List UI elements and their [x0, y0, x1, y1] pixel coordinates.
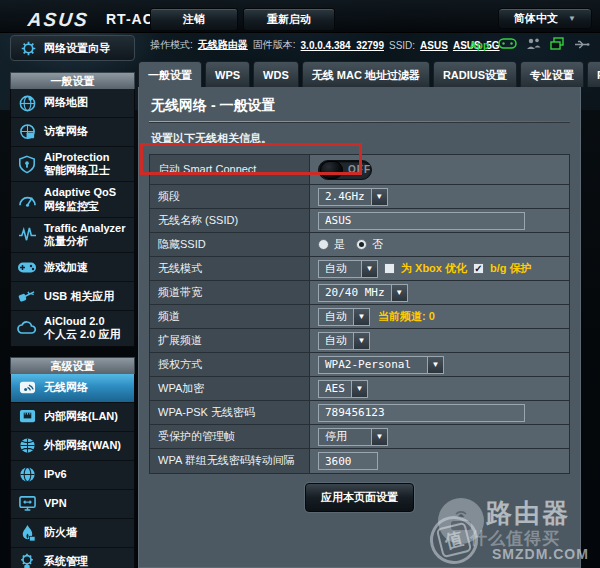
chevron-down-icon: ▼	[353, 309, 369, 325]
row-band: 频段 2.4GHz▼	[150, 185, 569, 209]
op-mode-link[interactable]: 无线路由器	[198, 38, 248, 52]
bg-protection-checkbox[interactable]	[473, 263, 484, 274]
pmf-select[interactable]: 停用▼	[318, 428, 388, 446]
app-link[interactable]: App	[470, 40, 489, 51]
apply-button[interactable]: 应用本页面设置	[305, 483, 414, 512]
gamepad-icon[interactable]	[498, 36, 517, 54]
chevron-down-icon: ▼	[391, 285, 407, 301]
sidebar-item-guest-network[interactable]: 访客网络	[11, 118, 134, 147]
gear-wrench-icon	[18, 38, 38, 58]
sidebar-item-label: 访客网络	[44, 125, 88, 137]
sidebar-item-aiprotection[interactable]: AiProtection智能网络卫士	[11, 147, 134, 182]
page-subtitle: 设置以下无线相关信息。	[139, 122, 580, 154]
gear-icon	[17, 552, 37, 568]
tab-roaming-block-list[interactable]: Roaming Block List	[587, 61, 600, 87]
lan-port-icon	[17, 407, 37, 427]
reboot-button[interactable]: 重新启动	[243, 8, 335, 31]
chevron-down-icon: ▼	[427, 357, 443, 373]
pmf-value: 停用	[319, 429, 371, 445]
sidebar-item-sublabel: 流量分析	[44, 235, 126, 248]
sidebar-item-wan[interactable]: 外部网络(WAN)	[11, 432, 134, 461]
smart-connect-toggle[interactable]: OFF	[318, 160, 372, 180]
firmware-link[interactable]: 3.0.0.4.384_32799	[301, 40, 384, 51]
tab-radius[interactable]: RADIUS设置	[433, 61, 517, 87]
sidebar-item-vpn[interactable]: VPN	[11, 490, 134, 519]
page-title: 无线网络 - 一般设置	[139, 87, 580, 121]
sidebar-item-label: 系统管理	[44, 555, 88, 567]
tab-professional[interactable]: 专业设置	[520, 61, 584, 87]
wpa-key-input[interactable]	[318, 404, 525, 422]
tab-general-settings[interactable]: 一般设置	[138, 61, 202, 87]
wifi-icon	[17, 378, 37, 398]
toggle-state-label: OFF	[348, 164, 371, 175]
auth-method-label: 授权方式	[150, 353, 310, 376]
chevron-down-icon: ▼	[371, 189, 387, 205]
hide-ssid-no-radio[interactable]	[356, 239, 367, 250]
xbox-optimized-checkbox[interactable]	[384, 263, 395, 274]
network-devices-icon[interactable]	[550, 36, 565, 54]
current-channel-note: 当前频道: 0	[378, 309, 435, 324]
language-selector[interactable]: 简体中文 ▼	[498, 8, 592, 29]
sidebar-item-adaptive-qos[interactable]: Adaptive QoS网络监控宝	[11, 182, 134, 217]
sidebar-item-label: 网络地图	[44, 96, 88, 108]
row-channel-bandwidth: 频道带宽 20/40 MHz▼	[150, 281, 569, 305]
row-protected-management-frames: 受保护的管理帧 停用▼	[150, 425, 569, 449]
firewall-flame-icon	[17, 523, 37, 543]
clients-icon[interactable]	[526, 36, 541, 54]
row-wireless-mode: 无线模式 自动▼ 为 Xbox 优化 b/g 保护	[150, 257, 569, 281]
wpa-encryption-select[interactable]: AES▼	[318, 380, 368, 398]
sidebar-item-aicloud[interactable]: AiCloud 2.0个人云 2.0 应用	[11, 311, 134, 345]
pmf-label: 受保护的管理帧	[150, 425, 310, 448]
auth-method-select[interactable]: WPA2-Personal▼	[318, 356, 444, 374]
ssid-primary-link[interactable]: ASUS	[420, 40, 448, 51]
group-key-rotation-input[interactable]	[318, 452, 378, 470]
row-auth-method: 授权方式 WPA2-Personal▼	[150, 353, 569, 377]
sidebar-item-sublabel: 个人云 2.0 应用	[44, 328, 120, 341]
usb-icon[interactable]	[574, 36, 590, 54]
sidebar-item-usb-application[interactable]: USB 相关应用	[11, 282, 134, 311]
xbox-optimized-label: 为 Xbox 优化	[401, 261, 467, 276]
row-smart-connect: 启动 Smart Connect OFF	[150, 155, 569, 185]
extension-channel-select[interactable]: 自动▼	[318, 332, 370, 350]
channel-select[interactable]: 自动▼	[318, 308, 370, 326]
sidebar-item-firewall[interactable]: 防火墙	[11, 519, 134, 548]
hide-ssid-yes-radio[interactable]	[318, 239, 329, 250]
sidebar-item-traffic-analyzer[interactable]: Traffic Analyzer流量分析	[11, 218, 134, 253]
sidebar-item-label: Adaptive QoS	[44, 186, 116, 198]
band-label: 频段	[150, 185, 310, 208]
chevron-down-icon: ▼	[351, 381, 367, 397]
extension-channel-label: 扩展频道	[150, 329, 310, 352]
sidebar-item-game-boost[interactable]: 游戏加速	[11, 253, 134, 282]
sidebar-section-general: 一般设置	[10, 72, 135, 89]
sidebar-item-ipv6[interactable]: IPv6	[11, 461, 134, 490]
wpa-encryption-label: WPA加密	[150, 377, 310, 400]
gauge-icon	[17, 190, 37, 210]
sidebar-item-network-map[interactable]: 网络地图	[11, 89, 134, 118]
sidebar-item-lan[interactable]: 内部网络(LAN)	[11, 403, 134, 432]
sidebar-advanced-list: 无线网络 内部网络(LAN) 外部网络(WAN) IPv6 VPN 防火墙	[10, 374, 135, 568]
wan-globe-icon	[17, 436, 37, 456]
sidebar-item-label: IPv6	[44, 468, 67, 480]
sidebar-item-wireless[interactable]: 无线网络	[11, 374, 134, 403]
sidebar-item-label: 防火墙	[44, 526, 77, 538]
band-select[interactable]: 2.4GHz▼	[318, 188, 388, 206]
sidebar-item-label: 游戏加速	[44, 261, 88, 273]
status-icons: App	[470, 36, 590, 54]
tab-wps[interactable]: WPS	[205, 61, 250, 87]
sidebar-item-label: VPN	[44, 497, 67, 509]
sidebar-general-list: 网络地图 访客网络 AiProtection智能网络卫士 Adaptive Qo…	[10, 89, 135, 347]
logout-button[interactable]: 注销	[150, 8, 238, 31]
sidebar-item-quick-setup-wizard[interactable]: 网络设置向导	[10, 35, 135, 61]
sidebar-item-administration[interactable]: 系统管理	[11, 548, 134, 568]
ssid-input[interactable]	[318, 212, 525, 230]
channel-bandwidth-select[interactable]: 20/40 MHz▼	[318, 284, 408, 302]
sidebar-item-sublabel: 网络监控宝	[44, 200, 116, 213]
main-panel: 无线网络 - 一般设置 设置以下无线相关信息。 启动 Smart Connect…	[138, 87, 581, 568]
row-wpa-encryption: WPA加密 AES▼	[150, 377, 569, 401]
tab-mac-filter[interactable]: 无线 MAC 地址过滤器	[302, 61, 430, 87]
wireless-mode-select[interactable]: 自动▼	[318, 260, 378, 278]
guest-network-icon	[17, 122, 37, 142]
wireless-mode-label: 无线模式	[150, 257, 310, 280]
sidebar-item-sublabel: 智能网络卫士	[44, 164, 110, 177]
tab-wds[interactable]: WDS	[253, 61, 299, 87]
